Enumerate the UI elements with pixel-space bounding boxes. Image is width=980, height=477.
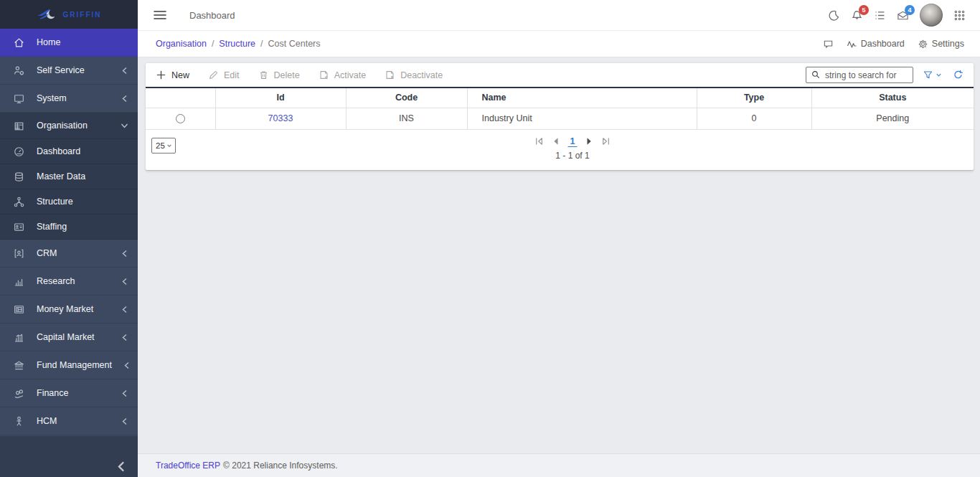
staffing-icon	[13, 221, 25, 233]
column-header-name[interactable]: Name	[467, 88, 697, 108]
dashboard-icon	[13, 146, 25, 158]
next-page-button[interactable]	[585, 137, 593, 146]
chevron-left-icon	[121, 67, 128, 75]
column-header-status[interactable]: Status	[811, 88, 974, 108]
system-icon	[13, 93, 25, 105]
sidebar-item-home[interactable]: Home	[0, 29, 138, 57]
sidebar-item-organisation[interactable]: Organisation	[0, 113, 138, 139]
cost-centers-table: Id Code Name Type Status 70333 INS Indu	[146, 87, 974, 130]
task-list-icon[interactable]	[874, 9, 886, 22]
hamburger-menu-icon[interactable]	[154, 10, 166, 20]
table-row[interactable]: 70333 INS Industry Unit 0 Pending	[146, 108, 974, 129]
deactivate-button[interactable]: Deactivate	[385, 70, 443, 80]
sidebar-item-label: Finance	[37, 388, 110, 398]
sidebar-item-capital-market[interactable]: Capital Market	[0, 323, 138, 351]
sidebar-item-structure[interactable]: Structure	[0, 189, 138, 214]
grid-toolbar: New Edit Delete Activate	[146, 63, 974, 87]
document-x-icon	[385, 70, 395, 80]
row-status-cell: Pending	[811, 108, 974, 129]
dark-mode-moon-icon[interactable]	[828, 9, 840, 22]
row-type-cell: 0	[697, 108, 811, 129]
sidebar-item-master-data[interactable]: Master Data	[0, 164, 138, 189]
breadcrumb-link-structure[interactable]: Structure	[219, 39, 255, 49]
refresh-button[interactable]	[953, 70, 963, 80]
sidebar-item-money-market[interactable]: Money Market	[0, 296, 138, 323]
column-header-code[interactable]: Code	[346, 88, 467, 108]
row-name-cell: Industry Unit	[467, 108, 697, 129]
sidebar-item-system[interactable]: System	[0, 85, 138, 113]
table-header-row: Id Code Name Type Status	[146, 88, 974, 108]
messages-mail-icon[interactable]: 4	[897, 9, 909, 22]
chevron-left-icon	[121, 334, 128, 341]
filter-funnel-icon	[923, 70, 933, 80]
sidebar-collapse-bar[interactable]	[0, 436, 138, 477]
chevron-down-icon	[936, 72, 942, 78]
apps-grid-icon[interactable]	[953, 9, 966, 22]
page-size-select[interactable]: 25	[151, 138, 176, 154]
copyright-text: © 2021 Reliance Infosystems.	[223, 461, 338, 471]
column-header-id[interactable]: Id	[215, 88, 346, 108]
chevron-left-icon	[121, 306, 128, 313]
first-page-button[interactable]	[535, 137, 544, 146]
chevron-down-icon	[166, 143, 172, 148]
edit-button-label: Edit	[224, 70, 240, 80]
pagination-summary: 1 - 1 of 1	[535, 151, 611, 161]
notifications-bell-icon[interactable]: 5	[851, 9, 863, 22]
activity-pulse-icon	[847, 39, 857, 49]
footer: TradeOffice ERP © 2021 Reliance Infosyst…	[138, 453, 980, 477]
filter-button[interactable]	[923, 70, 942, 80]
new-button-label: New	[171, 70, 189, 80]
finance-icon	[13, 387, 25, 400]
organisation-icon	[13, 120, 25, 132]
delete-button[interactable]: Delete	[258, 70, 300, 80]
page-title: Dashboard	[189, 10, 235, 21]
breadcrumb-link-organisation[interactable]: Organisation	[156, 39, 207, 49]
logo[interactable]: GRIFFIN	[0, 0, 138, 29]
edit-button[interactable]: Edit	[208, 70, 240, 80]
self-service-icon	[13, 65, 25, 77]
chevron-left-icon	[123, 362, 130, 369]
breadcrumb-separator: /	[207, 39, 219, 49]
activate-button[interactable]: Activate	[319, 70, 366, 80]
sidebar-item-finance[interactable]: Finance	[0, 379, 138, 407]
capital-market-icon	[13, 331, 25, 344]
document-check-icon	[319, 70, 329, 80]
trash-icon	[258, 70, 269, 80]
sidebar-item-dashboard[interactable]: Dashboard	[0, 139, 138, 164]
sidebar-item-self-service[interactable]: Self Service	[0, 57, 138, 85]
refresh-icon	[953, 70, 963, 80]
settings-link[interactable]: Settings	[918, 39, 964, 49]
current-page-number[interactable]: 1	[568, 136, 578, 147]
money-market-icon	[13, 303, 25, 316]
sidebar-item-staffing[interactable]: Staffing	[0, 214, 138, 240]
column-header-type[interactable]: Type	[697, 88, 811, 108]
content-area: New Edit Delete Activate	[138, 57, 980, 453]
row-select-radio[interactable]	[176, 114, 185, 123]
sidebar-item-crm[interactable]: CRM	[0, 240, 138, 268]
sidebar-item-label: Structure	[37, 197, 128, 207]
deactivate-button-label: Deactivate	[400, 70, 443, 80]
app-root: GRIFFIN Home Self Service System Organis…	[0, 0, 980, 477]
sidebar-item-hcm[interactable]: HCM	[0, 407, 138, 435]
gear-icon	[918, 39, 928, 49]
comment-icon[interactable]	[823, 39, 834, 49]
search-box	[806, 67, 913, 83]
last-page-button[interactable]	[601, 137, 610, 146]
new-button[interactable]: New	[156, 70, 189, 80]
topbar-actions: 5 4	[828, 4, 966, 27]
row-id-link[interactable]: 70333	[268, 113, 293, 123]
sidebar-item-label: Home	[37, 37, 128, 47]
sidebar-item-research[interactable]: Research	[0, 268, 138, 296]
previous-page-button[interactable]	[552, 137, 560, 146]
sidebar-item-label: System	[37, 93, 110, 103]
search-input[interactable]	[806, 67, 913, 83]
activate-button-label: Activate	[334, 70, 366, 80]
dashboard-link[interactable]: Dashboard	[847, 39, 905, 49]
breadcrumb-actions: Dashboard Settings	[823, 39, 964, 49]
messages-badge: 4	[905, 5, 915, 15]
sidebar-nav: Home Self Service System Organisation Da…	[0, 29, 138, 435]
tradeoffice-erp-link[interactable]: TradeOffice ERP	[156, 461, 220, 471]
sidebar-item-fund-management[interactable]: Fund Management	[0, 351, 138, 379]
user-avatar[interactable]	[920, 4, 943, 27]
chevron-left-icon	[121, 278, 128, 285]
